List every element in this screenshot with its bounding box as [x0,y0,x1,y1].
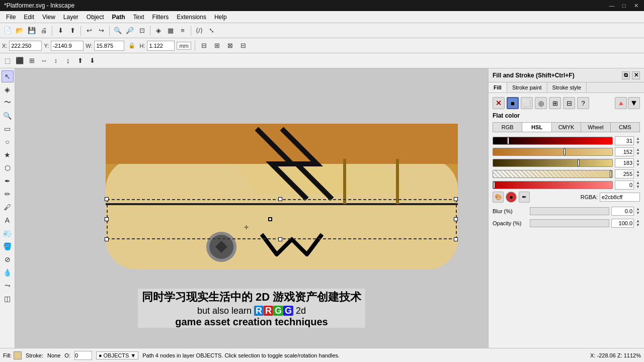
menu-view[interactable]: View [38,13,59,22]
handle-ml[interactable] [105,217,109,221]
3d-tool[interactable]: ⬡ [2,162,14,174]
panel-detach-button[interactable]: ⧉ [622,71,630,79]
eyedropper-panel-button[interactable]: 🔺 [615,97,627,109]
opacity-track[interactable] [530,219,609,227]
opacity-arrows[interactable]: ▲▼ [636,219,640,227]
star-tool[interactable]: ★ [2,149,14,161]
blur-arrows[interactable]: ▲▼ [636,207,640,215]
eraser-tool[interactable]: ⊘ [2,253,14,265]
unknown-button[interactable]: ? [577,97,589,109]
edit-gradient-button[interactable]: ▼ [628,97,640,109]
select-tool[interactable]: ↖ [2,70,14,82]
y-input[interactable] [51,41,84,51]
transform-button[interactable]: ⤡ [206,25,217,36]
l-slider-arrows[interactable]: ▲▼ [636,159,640,167]
dropper-button[interactable]: ✒ [519,192,530,203]
new-button[interactable]: 📄 [2,25,13,36]
zoom-out-button[interactable]: 🔎 [124,25,135,36]
h-slider-arrows[interactable]: ▲▼ [636,137,640,145]
pattern-button[interactable]: ⊟ [563,97,575,109]
pen-tool[interactable]: ✒ [2,175,14,187]
handle-center[interactable] [268,217,272,221]
import-button[interactable]: ⬇ [55,25,66,36]
palette-button[interactable]: 🎨 [493,192,504,203]
zoom-in-button[interactable]: 🔍 [112,25,123,36]
extra-slider-track[interactable] [493,181,613,189]
rgba-input[interactable] [600,193,640,202]
zoom-tool[interactable]: 🔍 [2,110,14,122]
rect-tool[interactable]: ▭ [2,123,14,135]
menu-filters[interactable]: Filters [148,13,173,22]
circle-tool[interactable]: ○ [2,136,14,148]
panel-close-button[interactable]: ✕ [632,71,640,79]
zoom-fit-button[interactable]: ⊡ [136,25,147,36]
obj-btn7[interactable]: ⬆ [74,55,86,66]
tab-cms[interactable]: CMS [611,123,639,132]
menu-text[interactable]: Text [129,13,148,22]
print-button[interactable]: 🖨 [38,25,49,36]
fill-tool[interactable]: 🪣 [2,240,14,252]
eyedropper-tool[interactable]: 💧 [2,266,14,279]
opacity-stepper[interactable] [74,351,92,360]
menu-extensions[interactable]: Extensions [173,13,210,22]
obj-btn8[interactable]: ⬇ [87,55,98,66]
close-button[interactable]: ✕ [632,2,640,10]
blur-value[interactable] [611,207,634,216]
handle-tr[interactable] [454,197,458,201]
transform-option4[interactable]: ⊟ [238,40,249,51]
h-slider-value[interactable] [615,136,634,145]
s-slider-arrows[interactable]: ▲▼ [636,148,640,156]
node-tool[interactable]: ◈ [2,83,14,96]
export-button[interactable]: ⬆ [67,25,78,36]
a-slider-arrows[interactable]: ▲▼ [636,170,640,178]
handle-bl[interactable] [105,237,109,241]
h-input[interactable] [147,41,175,51]
l-slider-value[interactable] [615,158,634,167]
menu-help[interactable]: Help [210,13,231,22]
obj-btn3[interactable]: ⊞ [26,55,37,66]
handle-br[interactable] [454,237,458,241]
transform-option3[interactable]: ⊠ [225,40,236,51]
no-paint-button[interactable]: ✕ [493,97,505,109]
mesh-gradient-button[interactable]: ⊞ [549,97,561,109]
h-slider-track[interactable] [493,137,613,145]
maximize-button[interactable]: □ [620,2,628,10]
menu-edit[interactable]: Edit [20,13,38,22]
target-button[interactable]: ● [506,192,517,203]
menu-object[interactable]: Object [83,13,108,22]
tab-stroke-paint[interactable]: Stroke paint [507,82,547,93]
handle-bm[interactable] [278,237,282,241]
a-slider-value[interactable] [615,169,634,178]
fill-swatch[interactable] [14,351,22,359]
align-button[interactable]: ≡ [177,25,188,36]
extra-slider-arrows[interactable]: ▲▼ [636,181,640,189]
tab-rgb[interactable]: RGB [493,123,522,132]
tweak-tool[interactable]: 〜 [2,97,14,109]
tab-hsl[interactable]: HSL [522,123,551,132]
extra-slider-value[interactable] [615,180,634,190]
handle-tm[interactable] [278,197,282,201]
node-button[interactable]: ◈ [153,25,164,36]
handle-tl[interactable] [105,197,109,201]
obj-btn1[interactable]: ⬚ [2,55,13,66]
opacity-value[interactable] [611,219,634,228]
connector-tool[interactable]: ⤳ [2,280,14,292]
transform-option1[interactable]: ⊟ [199,40,210,51]
obj-btn5[interactable]: ↕ [50,55,61,66]
l-slider-track[interactable] [493,159,613,167]
menu-path[interactable]: Path [108,13,129,22]
obj-btn6[interactable]: ↨ [62,55,73,66]
w-input[interactable] [94,41,124,51]
obj-btn4[interactable]: ↔ [38,55,49,66]
redo-button[interactable]: ↪ [96,25,107,36]
blur-track[interactable] [530,207,609,215]
a-slider-track[interactable] [493,170,613,178]
handle-mr[interactable] [454,217,458,221]
layer-selector[interactable]: ● OBJECTS ▼ [96,351,138,359]
group-button[interactable]: ▦ [165,25,176,36]
x-input[interactable] [9,41,42,51]
canvas-area[interactable]: ✛ 同时学习现实生活中的 2D 游戏资产创建技术 but also learn … [15,68,488,348]
open-button[interactable]: 📂 [14,25,25,36]
tab-stroke-style[interactable]: Stroke style [547,82,587,93]
s-slider-track[interactable] [493,148,613,156]
